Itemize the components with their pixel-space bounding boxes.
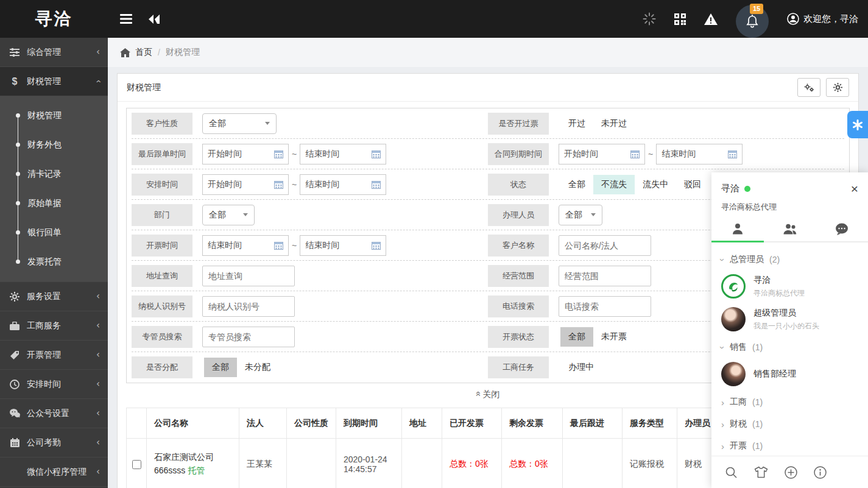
- option-assigned-none[interactable]: 未分配: [237, 358, 278, 377]
- chevron-left-icon: ‹: [96, 380, 100, 389]
- option-status-all[interactable]: 全部: [560, 175, 593, 194]
- handler-select[interactable]: 全部: [559, 205, 602, 225]
- arrange-start-date[interactable]: 开始时间: [202, 174, 289, 195]
- filter-label-business-task: 工商任务: [488, 356, 549, 378]
- option-invoice-status-all[interactable]: 全部: [560, 327, 593, 347]
- chevron-left-icon: ‹: [96, 48, 100, 57]
- option-assigned-all[interactable]: 全部: [204, 358, 237, 377]
- panel-header: 财税管理: [118, 74, 858, 102]
- sidebar-item-tax-mgmt[interactable]: $ 财税管理 ‹: [0, 67, 108, 96]
- contact-item[interactable]: 销售部经理: [720, 358, 859, 391]
- invoice-time-end-date[interactable]: 结束时间: [300, 235, 386, 256]
- double-chevron-up-icon: «: [474, 391, 484, 396]
- filter-label-address-query: 地址查询: [132, 265, 192, 287]
- address-query-input[interactable]: [202, 266, 295, 286]
- sidebar-item-service-settings[interactable]: 服务设置 ‹: [0, 282, 108, 311]
- option-status-losing[interactable]: 流失中: [635, 175, 676, 194]
- select-all-cell: [127, 408, 147, 439]
- cell-company[interactable]: 石家庄测试公司 666ssss托管: [147, 439, 239, 488]
- sidebar-item-business-services[interactable]: 工商服务 ‹: [0, 311, 108, 341]
- col-service-type: 服务类型: [623, 408, 677, 439]
- tab-messages[interactable]: [816, 219, 868, 241]
- group-header-tax[interactable]: › 财税 (1): [720, 413, 859, 435]
- sidebar-item-attendance[interactable]: 公司考勤 ‹: [0, 428, 108, 458]
- sidebar-item-miniprogram[interactable]: 微信小程序管理 ‹: [0, 458, 108, 487]
- chevron-down-icon: ›: [718, 258, 728, 261]
- option-business-task-processing[interactable]: 办理中: [560, 358, 602, 377]
- quick-action-float-button[interactable]: [847, 111, 868, 138]
- calendar-icon: [728, 150, 737, 158]
- last-follow-start-date[interactable]: 开始时间: [202, 144, 289, 164]
- dollar-icon: $: [8, 76, 21, 87]
- chat-account-subtitle: 寻洽商标总代理: [711, 195, 868, 219]
- sidebar-item-schedule[interactable]: 安排时间 ‹: [0, 370, 108, 399]
- submenu-item-original-docs[interactable]: 原始单据: [0, 189, 108, 218]
- chevron-right-icon: ›: [721, 419, 724, 430]
- bell-icon: [746, 14, 759, 29]
- qr-code-icon[interactable]: [674, 13, 686, 25]
- last-follow-end-date[interactable]: 结束时间: [300, 144, 386, 164]
- contract-expire-end-date[interactable]: 结束时间: [656, 144, 743, 164]
- sidebar-item-general-mgmt[interactable]: 综合管理 ‹: [0, 38, 108, 67]
- user-menu[interactable]: 欢迎您，寻洽: [787, 13, 858, 25]
- chevron-left-icon: ‹: [96, 350, 100, 359]
- settings-gears-button[interactable]: [797, 78, 820, 97]
- submenu-item-tax-mgmt[interactable]: 财税管理: [0, 101, 108, 130]
- search-icon[interactable]: [725, 466, 738, 479]
- group-header-admins[interactable]: › 总管理员 (2): [720, 249, 859, 271]
- chevron-up-icon: ‹: [94, 80, 103, 83]
- contact-item[interactable]: 超级管理员 我是一只小小的石头: [720, 303, 859, 336]
- submenu-item-finance-outsourcing[interactable]: 财务外包: [0, 130, 108, 160]
- menu-hamburger-icon[interactable]: [120, 14, 132, 24]
- phone-search-input[interactable]: [559, 296, 651, 317]
- option-status-not-lost[interactable]: 不流失: [593, 175, 635, 194]
- col-company-nature: 公司性质: [287, 408, 336, 439]
- hosted-tag: 托管: [188, 465, 205, 475]
- filter-label-invoice-status: 开票状态: [488, 326, 549, 348]
- avatar: [721, 362, 746, 386]
- contract-expire-start-date[interactable]: 开始时间: [559, 144, 645, 164]
- submenu-item-bank-receipts[interactable]: 银行回单: [0, 218, 108, 247]
- option-invoiced-no[interactable]: 未开过: [593, 114, 635, 133]
- supervisor-search-input[interactable]: [202, 327, 295, 347]
- notifications-bell[interactable]: 15: [736, 5, 769, 38]
- add-icon[interactable]: [785, 466, 797, 479]
- chevron-right-icon: ›: [721, 441, 724, 451]
- app-logo: 寻洽: [0, 7, 108, 30]
- topbar: 寻洽 15: [0, 0, 868, 38]
- group-header-sales[interactable]: › 销售 (1): [720, 336, 859, 358]
- close-icon[interactable]: ×: [851, 182, 858, 195]
- arrange-end-date[interactable]: 结束时间: [300, 174, 386, 195]
- business-scope-input[interactable]: [559, 266, 651, 286]
- row-checkbox[interactable]: [132, 460, 141, 469]
- gear-icon: [833, 83, 842, 92]
- option-status-rejected[interactable]: 驳回: [676, 175, 709, 194]
- skin-tshirt-icon[interactable]: [754, 466, 768, 478]
- filter-label-arrange-time: 安排时间: [132, 174, 192, 196]
- settings-gear-button[interactable]: [826, 78, 849, 97]
- tab-contacts[interactable]: [711, 219, 764, 241]
- breadcrumb-home-link[interactable]: 首页: [120, 47, 152, 58]
- collapse-sidebar-icon[interactable]: [148, 15, 160, 24]
- customer-nature-select[interactable]: 全部: [202, 113, 277, 134]
- sidebar-item-official-account[interactable]: 公众号设置 ‹: [0, 399, 108, 428]
- contact-item[interactable]: 寻洽 寻洽商标总代理: [720, 271, 859, 303]
- group-header-business[interactable]: › 工商 (1): [720, 391, 859, 413]
- sidebar-item-invoicing-mgmt[interactable]: 开票管理 ‹: [0, 341, 108, 370]
- warning-icon[interactable]: [704, 13, 718, 25]
- info-icon[interactable]: [814, 466, 827, 479]
- option-invoiced-yes[interactable]: 开过: [560, 114, 593, 133]
- option-invoice-status-none[interactable]: 未开票: [593, 327, 635, 347]
- app-root: 寻洽 15: [0, 0, 868, 488]
- invoice-time-start-date[interactable]: 结束时间: [202, 235, 289, 256]
- submenu-item-invoice-hosting[interactable]: 发票托管: [0, 247, 108, 277]
- customer-name-input[interactable]: [559, 235, 651, 256]
- wechat-icon: [8, 409, 21, 418]
- taxpayer-id-input[interactable]: [202, 296, 295, 317]
- group-header-invoicing[interactable]: › 开票 (1): [720, 435, 859, 456]
- cell-address: [402, 439, 442, 488]
- tab-groups[interactable]: [764, 219, 816, 241]
- filter-label-assigned: 是否分配: [132, 356, 192, 378]
- department-select[interactable]: 全部: [202, 205, 255, 225]
- submenu-item-card-clearing[interactable]: 清卡记录: [0, 160, 108, 189]
